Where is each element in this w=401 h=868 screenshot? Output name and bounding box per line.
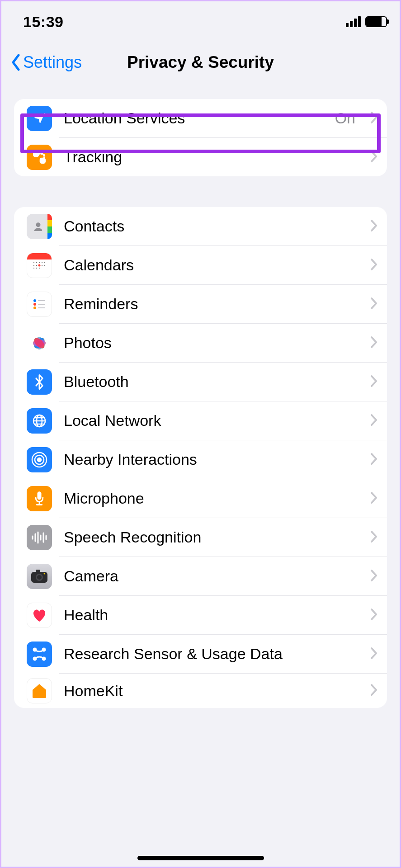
- globe-icon: [27, 408, 52, 434]
- svg-point-12: [33, 268, 34, 269]
- radar-icon: [27, 447, 52, 472]
- svg-point-15: [38, 264, 41, 266]
- chevron-right-icon: [370, 646, 378, 662]
- group-location: Location Services On Tracking: [14, 99, 387, 176]
- row-reminders[interactable]: Reminders: [14, 285, 387, 323]
- group-permissions: Contacts Calendars Reminders: [14, 207, 387, 708]
- chevron-right-icon: [370, 335, 378, 351]
- row-contacts[interactable]: Contacts: [14, 207, 387, 245]
- photos-flower-icon: [27, 330, 52, 356]
- chevron-right-icon: [370, 150, 378, 165]
- sensor-dots-icon: [27, 642, 52, 667]
- svg-point-7: [44, 262, 45, 263]
- svg-point-51: [44, 573, 45, 574]
- camera-icon: [27, 564, 52, 589]
- svg-point-6: [42, 262, 42, 263]
- chevron-right-icon: [370, 219, 378, 234]
- svg-rect-48: [36, 570, 40, 573]
- row-value: On: [335, 109, 355, 127]
- row-research-sensor[interactable]: Research Sensor & Usage Data: [14, 635, 387, 673]
- nav-header: Settings Privacy & Security: [1, 42, 400, 83]
- row-local-network[interactable]: Local Network: [14, 401, 387, 440]
- waveform-icon: [27, 525, 52, 550]
- home-indicator[interactable]: [137, 856, 264, 860]
- chevron-right-icon: [370, 683, 378, 698]
- row-camera[interactable]: Camera: [14, 557, 387, 595]
- svg-point-13: [36, 268, 37, 269]
- row-label: Nearby Interactions: [64, 451, 358, 468]
- svg-point-14: [39, 268, 40, 269]
- svg-rect-19: [38, 300, 45, 301]
- heart-icon: [27, 603, 52, 628]
- row-label: Location Services: [64, 109, 323, 127]
- svg-point-10: [42, 265, 42, 266]
- row-label: Photos: [64, 334, 358, 352]
- svg-point-5: [39, 262, 40, 263]
- row-health[interactable]: Health: [14, 596, 387, 634]
- row-location-services[interactable]: Location Services On: [14, 99, 387, 137]
- chevron-right-icon: [370, 413, 378, 429]
- row-label: Tracking: [64, 148, 358, 166]
- row-tracking[interactable]: Tracking: [14, 138, 387, 176]
- row-label: Local Network: [64, 412, 358, 429]
- row-label: Contacts: [64, 217, 358, 235]
- svg-rect-21: [38, 307, 45, 308]
- location-arrow-icon: [27, 106, 52, 131]
- svg-point-2: [36, 222, 41, 227]
- svg-rect-38: [38, 491, 42, 500]
- chevron-right-icon: [370, 374, 378, 390]
- chevron-right-icon: [370, 111, 378, 126]
- status-bar: 15:39: [1, 1, 400, 42]
- microphone-icon: [27, 486, 52, 511]
- battery-icon: [365, 16, 387, 27]
- svg-point-11: [44, 265, 45, 266]
- svg-point-16: [33, 299, 36, 302]
- svg-point-8: [33, 265, 34, 266]
- back-label: Settings: [23, 53, 82, 72]
- cellular-signal-icon: [346, 16, 361, 27]
- row-label: Speech Recognition: [64, 528, 358, 546]
- row-label: HomeKit: [64, 682, 358, 700]
- chevron-right-icon: [370, 258, 378, 273]
- svg-point-35: [38, 458, 41, 462]
- row-nearby-interactions[interactable]: Nearby Interactions: [14, 440, 387, 479]
- row-label: Reminders: [64, 295, 358, 313]
- row-label: Microphone: [64, 490, 358, 507]
- row-label: Calendars: [64, 256, 358, 274]
- svg-point-3: [33, 262, 34, 263]
- bluetooth-icon: [27, 369, 52, 395]
- back-button[interactable]: Settings: [10, 53, 82, 72]
- contacts-icon: [27, 214, 52, 239]
- row-speech-recognition[interactable]: Speech Recognition: [14, 518, 387, 557]
- svg-point-50: [37, 575, 42, 580]
- chevron-right-icon: [370, 608, 378, 623]
- svg-rect-1: [41, 158, 45, 162]
- row-label: Bluetooth: [64, 373, 358, 391]
- svg-point-4: [36, 262, 37, 263]
- chevron-right-icon: [370, 297, 378, 312]
- svg-point-9: [36, 265, 37, 266]
- chevron-right-icon: [370, 530, 378, 545]
- row-photos[interactable]: Photos: [14, 324, 387, 362]
- row-label: Health: [64, 606, 358, 624]
- tracking-path-icon: [27, 145, 52, 170]
- chevron-right-icon: [370, 452, 378, 467]
- reminders-list-icon: [27, 292, 52, 317]
- row-homekit[interactable]: HomeKit: [14, 674, 387, 708]
- row-label: Camera: [64, 567, 358, 585]
- row-label: Research Sensor & Usage Data: [64, 645, 358, 663]
- row-bluetooth[interactable]: Bluetooth: [14, 363, 387, 401]
- row-calendars[interactable]: Calendars: [14, 246, 387, 284]
- svg-rect-20: [38, 304, 45, 305]
- calendar-icon: [27, 253, 52, 278]
- status-time: 15:39: [23, 13, 63, 31]
- chevron-right-icon: [370, 569, 378, 584]
- home-icon: [27, 678, 52, 703]
- row-microphone[interactable]: Microphone: [14, 479, 387, 518]
- page-title: Privacy & Security: [127, 53, 274, 72]
- chevron-right-icon: [370, 491, 378, 506]
- svg-point-18: [33, 307, 36, 309]
- svg-point-17: [33, 303, 36, 306]
